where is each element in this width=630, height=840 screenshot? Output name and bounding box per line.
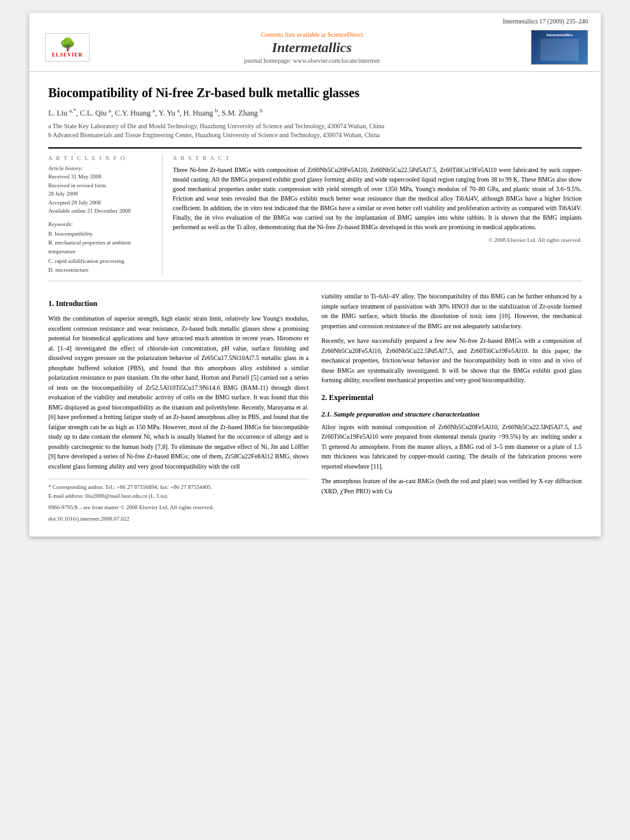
section2-title: 2. Experimental [321, 392, 582, 404]
intermetallics-logo-image [540, 39, 579, 61]
journal-citation: Intermetallics 17 (2009) 235–240 [503, 18, 588, 25]
keyword-4: D. microstructure [48, 265, 154, 274]
elsevier-text: ELSEVIER [52, 52, 83, 58]
revised-label: Received in revised form [48, 182, 154, 190]
footnote-corresponding: * Corresponding author. Tel.: +86 27 875… [48, 483, 309, 492]
keywords-section: Keywords: B. biocompatibility B. mechani… [48, 221, 154, 275]
authors-text: L. Liu a,*, C.L. Qiu a, C.Y. Huang a, Y.… [48, 109, 262, 117]
affiliations: a The State Key Laboratory of Die and Mo… [48, 122, 582, 140]
section2-subsection-title: 2.1. Sample preparation and structure ch… [321, 409, 582, 420]
doi-line: doi:10.1016/j.intermet.2008.07.022 [48, 515, 309, 524]
journal-header: Intermetallics 17 (2009) 235–240 🌳 ELSEV… [29, 13, 601, 72]
journal-meta-top: Intermetallics 17 (2009) 235–240 [42, 18, 588, 25]
keyword-3: C. rapid solidification processing [48, 257, 154, 265]
elsevier-tree-icon: 🌳 [60, 37, 76, 52]
footnote-email: E-mail address: lliu2000@mail.hust.edu.c… [48, 492, 309, 501]
affiliation-b: b Advanced Biomaterials and Tissue Engin… [48, 131, 582, 140]
journal-title: Intermetallics [93, 39, 531, 56]
article-content: Biocompatibility of Ni-free Zr-based bul… [29, 72, 601, 537]
journal-url: journal homepage: www.elsevier.com/locat… [93, 57, 531, 64]
available-date: Available online 21 December 2008 [48, 207, 154, 216]
article-title: Biocompatibility of Ni-free Zr-based bul… [48, 84, 582, 101]
main-col-left: 1. Introduction With the combination of … [48, 291, 309, 523]
elsevier-logo: 🌳 ELSEVIER [42, 30, 93, 65]
copyright: © 2008 Elsevier Ltd. All rights reserved… [173, 237, 582, 243]
sciencedirect-label[interactable]: ScienceDirect [327, 31, 363, 38]
dates: Received 31 May 2008 Received in revised… [48, 173, 154, 216]
accepted-date: Accepted 28 July 2008 [48, 199, 154, 208]
article-info: A R T I C L E I N F O Article history: R… [48, 155, 163, 274]
sciencedirect-link: Contents lists available at ScienceDirec… [93, 31, 531, 38]
keyword-1: B. biocompatibility [48, 229, 154, 238]
intermetallics-logo-text: Intermetallics [546, 32, 573, 37]
keywords-label: Keywords: [48, 221, 154, 227]
abstract-text: Three Ni-free Zr-based BMGs with composi… [173, 165, 582, 232]
section2-paragraph2: The amorphous feature of the as-cast BMG… [321, 476, 582, 496]
section2-paragraph1: Alloy ingots with nominal composition of… [321, 422, 582, 472]
section1-col2-paragraph1: viability similar to Ti–6Al–4V alloy. Th… [321, 291, 582, 331]
received-date: Received 31 May 2008 [48, 173, 154, 182]
main-col-right: viability similar to Ti–6Al–4V alloy. Th… [321, 291, 582, 523]
journal-center: Contents lists available at ScienceDirec… [93, 31, 531, 64]
abstract-section: A B S T R A C T Three Ni-free Zr-based B… [173, 155, 582, 274]
elsevier-logo-img: 🌳 ELSEVIER [45, 33, 90, 62]
page: Intermetallics 17 (2009) 235–240 🌳 ELSEV… [29, 13, 601, 537]
article-info-header: A R T I C L E I N F O [48, 155, 154, 161]
intermetallics-logo-box: Intermetallics [531, 30, 588, 65]
footnote-area: * Corresponding author. Tel.: +86 27 875… [48, 479, 309, 524]
section1-col2-paragraph2: Recently, we have successfully prepared … [321, 336, 582, 385]
history-label: Article history: [48, 165, 154, 171]
article-body: A R T I C L E I N F O Article history: R… [48, 147, 582, 281]
main-text: 1. Introduction With the combination of … [48, 291, 582, 523]
authors: L. Liu a,*, C.L. Qiu a, C.Y. Huang a, Y.… [48, 107, 582, 118]
revised-date: 28 July 2008 [48, 190, 154, 199]
affiliation-a: a The State Key Laboratory of Die and Mo… [48, 122, 582, 131]
keyword-2: B. mechanical properties at ambient temp… [48, 238, 154, 257]
abstract-header: A B S T R A C T [173, 155, 582, 161]
journal-banner: 🌳 ELSEVIER Contents lists available at S… [42, 27, 588, 67]
section1-paragraph1: With the combination of superior strengt… [48, 314, 309, 471]
section1-title: 1. Introduction [48, 298, 309, 310]
issn-line: 0966-9795/$ – see front matter © 2008 El… [48, 503, 309, 512]
